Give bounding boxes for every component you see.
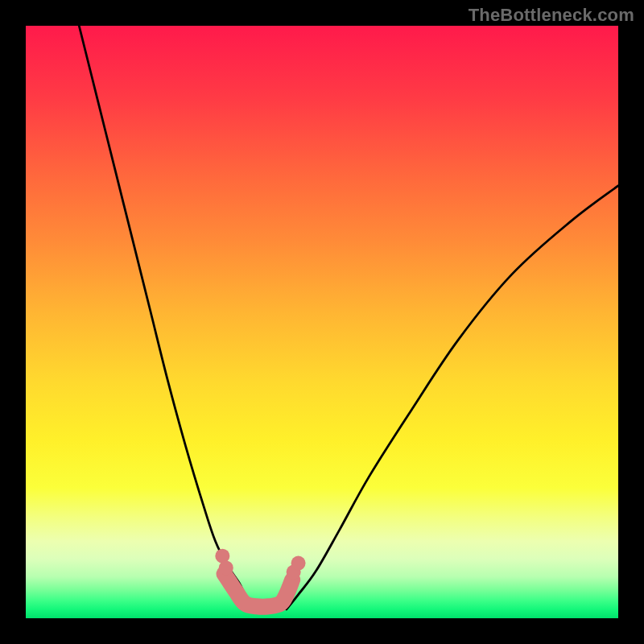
plot-area — [26, 26, 618, 618]
blob-dot-right-2 — [291, 556, 306, 571]
watermark-text: TheBottleneck.com — [469, 5, 634, 26]
chart-svg — [26, 26, 618, 618]
chart-frame: TheBottleneck.com — [0, 0, 644, 644]
blob-dot-left-2 — [219, 560, 233, 575]
bottom-blob — [225, 574, 293, 607]
right-curve — [287, 186, 618, 609]
left-curve — [79, 26, 257, 609]
